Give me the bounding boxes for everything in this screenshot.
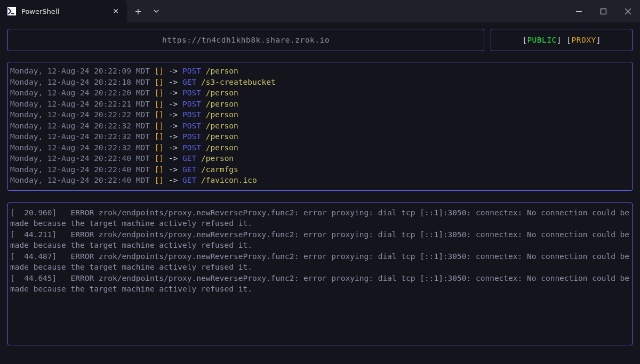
log-timestamp: Monday, 12-Aug-24 20:22:22 MDT xyxy=(10,110,150,119)
log-timestamp: Monday, 12-Aug-24 20:22:32 MDT xyxy=(10,143,150,152)
error-log-line: [ 44.211] ERROR zrok/endpoints/proxy.new… xyxy=(10,229,630,251)
log-brackets: [] xyxy=(155,78,164,86)
log-arrow: -> xyxy=(169,143,178,152)
svg-rect-3 xyxy=(601,9,606,14)
minimize-button[interactable] xyxy=(566,0,591,22)
log-timestamp: Monday, 12-Aug-24 20:22:40 MDT xyxy=(10,165,150,174)
log-brackets: [] xyxy=(155,132,164,141)
log-method: POST xyxy=(182,100,201,108)
log-timestamp: Monday, 12-Aug-24 20:22:40 MDT xyxy=(10,154,150,163)
log-arrow: -> xyxy=(169,132,178,141)
log-path: /favicon.ico xyxy=(201,176,257,184)
log-arrow: -> xyxy=(169,100,178,108)
log-method: POST xyxy=(182,143,201,152)
log-method: GET xyxy=(182,176,196,184)
log-timestamp: Monday, 12-Aug-24 20:22:40 MDT xyxy=(10,176,150,184)
log-method: POST xyxy=(182,110,201,119)
tab-title: PowerShell xyxy=(21,7,106,15)
request-log-line: Monday, 12-Aug-24 20:22:40 MDT [] -> GET… xyxy=(10,153,630,164)
request-log-line: Monday, 12-Aug-24 20:22:32 MDT [] -> POS… xyxy=(10,120,630,132)
log-brackets: [] xyxy=(155,110,164,119)
status-public: PUBLIC xyxy=(527,36,556,44)
log-brackets: [] xyxy=(155,165,164,174)
log-method: POST xyxy=(182,132,201,141)
log-path: /person xyxy=(206,67,238,75)
error-log-line: [ 44.487] ERROR zrok/endpoints/proxy.new… xyxy=(10,251,630,273)
tab-actions: + xyxy=(127,0,165,22)
request-log-panel: Monday, 12-Aug-24 20:22:09 MDT [] -> POS… xyxy=(7,62,633,191)
request-log-line: Monday, 12-Aug-24 20:22:32 MDT [] -> POS… xyxy=(10,131,630,142)
log-timestamp: Monday, 12-Aug-24 20:22:21 MDT xyxy=(10,100,150,108)
request-log-line: Monday, 12-Aug-24 20:22:18 MDT [] -> GET… xyxy=(10,77,630,88)
log-path: /person xyxy=(201,154,234,163)
request-log-line: Monday, 12-Aug-24 20:22:09 MDT [] -> POS… xyxy=(10,66,630,77)
window-controls xyxy=(566,0,640,22)
terminal-body[interactable]: https://tn4cdh1khb8k.share.zrok.io [PUBL… xyxy=(0,22,640,364)
request-log-line: Monday, 12-Aug-24 20:22:40 MDT [] -> GET… xyxy=(10,164,630,175)
tab-powershell[interactable]: PowerShell ✕ xyxy=(0,0,127,22)
request-log-line: Monday, 12-Aug-24 20:22:20 MDT [] -> POS… xyxy=(10,87,630,99)
tab-close-button[interactable]: ✕ xyxy=(111,6,121,16)
log-path: /person xyxy=(206,88,238,97)
log-path: /carmfgs xyxy=(201,165,238,174)
error-log-line: [ 44.645] ERROR zrok/endpoints/proxy.new… xyxy=(10,273,630,295)
share-url: https://tn4cdh1khb8k.share.zrok.io xyxy=(162,36,330,44)
log-method: GET xyxy=(182,154,196,163)
log-method: POST xyxy=(182,67,201,75)
log-brackets: [] xyxy=(155,122,164,130)
request-log-line: Monday, 12-Aug-24 20:22:32 MDT [] -> POS… xyxy=(10,142,630,153)
bracket-open-2: [ xyxy=(566,36,571,44)
log-method: POST xyxy=(182,122,201,130)
tabs-area: PowerShell ✕ + xyxy=(0,0,165,22)
log-brackets: [] xyxy=(155,88,164,97)
log-method: GET xyxy=(182,165,196,174)
log-brackets: [] xyxy=(155,143,164,152)
error-log-line: [ 20.960] ERROR zrok/endpoints/proxy.new… xyxy=(10,207,630,229)
log-arrow: -> xyxy=(169,122,178,130)
log-arrow: -> xyxy=(169,154,178,163)
request-log-line: Monday, 12-Aug-24 20:22:22 MDT [] -> POS… xyxy=(10,109,630,120)
status-proxy: PROXY xyxy=(571,36,596,44)
log-arrow: -> xyxy=(169,88,178,97)
maximize-button[interactable] xyxy=(591,0,615,22)
log-path: /person xyxy=(206,122,238,130)
request-log-line: Monday, 12-Aug-24 20:22:40 MDT [] -> GET… xyxy=(10,175,630,186)
log-brackets: [] xyxy=(155,176,164,184)
tab-dropdown-button[interactable] xyxy=(147,0,165,22)
log-path: /s3-createbucket xyxy=(201,78,276,86)
log-arrow: -> xyxy=(169,78,178,86)
request-log-line: Monday, 12-Aug-24 20:22:21 MDT [] -> POS… xyxy=(10,99,630,110)
error-log-panel: [ 20.960] ERROR zrok/endpoints/proxy.new… xyxy=(7,203,633,345)
log-brackets: [] xyxy=(155,67,164,75)
bracket-close-1: ] xyxy=(557,36,566,44)
header-row: https://tn4cdh1khb8k.share.zrok.io [PUBL… xyxy=(7,29,633,51)
status-panel: [PUBLIC] [PROXY] xyxy=(491,29,633,51)
log-timestamp: Monday, 12-Aug-24 20:22:18 MDT xyxy=(10,78,150,86)
log-timestamp: Monday, 12-Aug-24 20:22:32 MDT xyxy=(10,122,150,130)
log-brackets: [] xyxy=(155,100,164,108)
log-timestamp: Monday, 12-Aug-24 20:22:09 MDT xyxy=(10,67,150,75)
powershell-icon xyxy=(7,7,16,15)
log-arrow: -> xyxy=(169,67,178,75)
log-path: /person xyxy=(206,143,238,152)
url-panel: https://tn4cdh1khb8k.share.zrok.io xyxy=(7,29,484,51)
log-path: /person xyxy=(206,110,238,119)
log-brackets: [] xyxy=(155,154,164,163)
bracket-close-2: ] xyxy=(596,36,601,44)
log-path: /person xyxy=(206,132,238,141)
close-window-button[interactable] xyxy=(615,0,640,22)
log-method: GET xyxy=(182,78,196,86)
bracket-open-1: [ xyxy=(522,36,527,44)
log-timestamp: Monday, 12-Aug-24 20:22:20 MDT xyxy=(10,88,150,97)
log-method: POST xyxy=(182,88,201,97)
log-timestamp: Monday, 12-Aug-24 20:22:32 MDT xyxy=(10,132,150,141)
log-arrow: -> xyxy=(169,176,178,184)
log-arrow: -> xyxy=(169,110,178,119)
log-path: /person xyxy=(206,100,238,108)
new-tab-button[interactable]: + xyxy=(129,0,147,22)
log-arrow: -> xyxy=(169,165,178,174)
titlebar: PowerShell ✕ + xyxy=(0,0,640,22)
